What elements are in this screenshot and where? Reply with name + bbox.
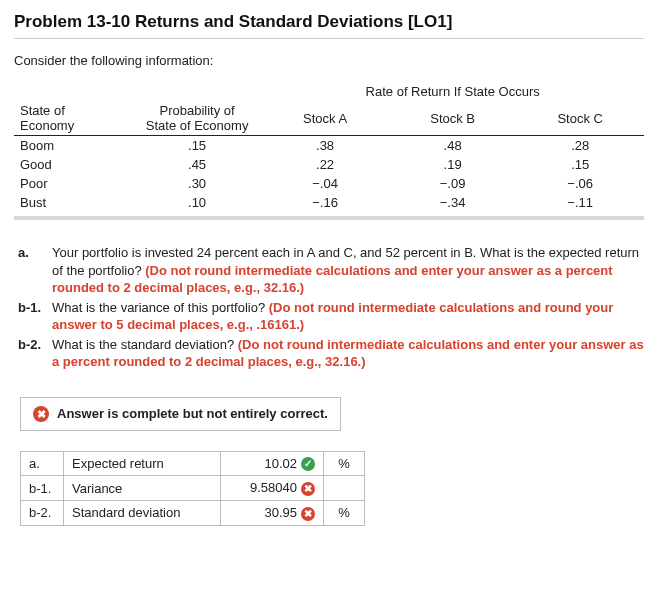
question-b1: b-1. What is the variance of this portfo…: [18, 299, 644, 334]
answer-unit: %: [324, 500, 365, 525]
cell-b: .48: [389, 136, 517, 156]
question-text: Your portfolio is invested 24 percent ea…: [52, 244, 644, 297]
question-text: What is the variance of this portfolio? …: [52, 299, 644, 334]
cell-prob: .10: [133, 193, 261, 212]
cell-b: −.09: [389, 174, 517, 193]
cell-b: .19: [389, 155, 517, 174]
cell-a: .38: [261, 136, 389, 156]
answers-table: a. Expected return 10.02✓ % b-1. Varianc…: [20, 451, 365, 526]
answer-value-cell[interactable]: 9.58040✖: [221, 476, 324, 501]
answer-value: 10.02: [264, 456, 297, 471]
x-icon: ✖: [301, 482, 315, 496]
rate-header: Rate of Return If State Occurs: [261, 82, 644, 101]
answer-row: a. Expected return 10.02✓ %: [21, 451, 365, 476]
cell-c: −.11: [516, 193, 644, 212]
x-icon: ✖: [301, 507, 315, 521]
page-title: Problem 13-10 Returns and Standard Devia…: [14, 12, 644, 32]
cell-c: .15: [516, 155, 644, 174]
answer-unit: [324, 476, 365, 501]
table-row: Poor .30 −.04 −.09 −.06: [14, 174, 644, 193]
cell-prob: .30: [133, 174, 261, 193]
table-row: Good .45 .22 .19 .15: [14, 155, 644, 174]
cell-a: −.04: [261, 174, 389, 193]
col-header-stock-b: Stock B: [389, 101, 517, 136]
intro-text: Consider the following information:: [14, 53, 644, 68]
divider: [14, 38, 644, 39]
cell-a: −.16: [261, 193, 389, 212]
question-label: a.: [18, 244, 52, 297]
col-header-state: State of Economy: [14, 101, 133, 136]
answer-label: b-1.: [21, 476, 64, 501]
answer-label: a.: [21, 451, 64, 476]
feedback-banner: ✖ Answer is complete but not entirely co…: [20, 397, 341, 431]
table-row: Bust .10 −.16 −.34 −.11: [14, 193, 644, 212]
table-row: Boom .15 .38 .48 .28: [14, 136, 644, 156]
x-icon: ✖: [33, 406, 49, 422]
returns-table: Rate of Return If State Occurs State of …: [14, 82, 644, 212]
cell-c: .28: [516, 136, 644, 156]
cell-a: .22: [261, 155, 389, 174]
answer-value: 9.58040: [250, 480, 297, 495]
data-table-wrap: Rate of Return If State Occurs State of …: [14, 82, 644, 220]
answer-desc: Variance: [64, 476, 221, 501]
question-plain: What is the standard deviation?: [52, 337, 238, 352]
answer-label: b-2.: [21, 500, 64, 525]
question-list: a. Your portfolio is invested 24 percent…: [14, 244, 644, 371]
col-header-prob: Probability of State of Economy: [133, 101, 261, 136]
answer-row: b-2. Standard deviation 30.95✖ %: [21, 500, 365, 525]
question-text: What is the standard deviation? (Do not …: [52, 336, 644, 371]
cell-prob: .15: [133, 136, 261, 156]
cell-state: Boom: [14, 136, 133, 156]
question-label: b-2.: [18, 336, 52, 371]
cell-state: Poor: [14, 174, 133, 193]
cell-b: −.34: [389, 193, 517, 212]
cell-c: −.06: [516, 174, 644, 193]
col-header-stock-c: Stock C: [516, 101, 644, 136]
answer-desc: Standard deviation: [64, 500, 221, 525]
question-a: a. Your portfolio is invested 24 percent…: [18, 244, 644, 297]
answer-desc: Expected return: [64, 451, 221, 476]
cell-state: Good: [14, 155, 133, 174]
question-plain: What is the variance of this portfolio?: [52, 300, 269, 315]
answer-unit: %: [324, 451, 365, 476]
col-header-stock-a: Stock A: [261, 101, 389, 136]
answer-row: b-1. Variance 9.58040✖: [21, 476, 365, 501]
question-label: b-1.: [18, 299, 52, 334]
answer-value-cell[interactable]: 10.02✓: [221, 451, 324, 476]
cell-prob: .45: [133, 155, 261, 174]
error-icon: ✖: [33, 406, 49, 422]
check-icon: ✓: [301, 457, 315, 471]
answer-value-cell[interactable]: 30.95✖: [221, 500, 324, 525]
feedback-text: Answer is complete but not entirely corr…: [57, 406, 328, 421]
cell-state: Bust: [14, 193, 133, 212]
answer-value: 30.95: [264, 505, 297, 520]
question-b2: b-2. What is the standard deviation? (Do…: [18, 336, 644, 371]
